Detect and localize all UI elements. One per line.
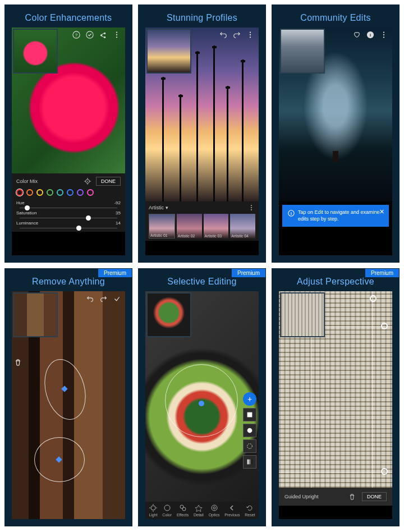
target-icon[interactable] [84, 177, 91, 185]
redo-icon[interactable] [99, 295, 107, 302]
svg-point-33 [213, 507, 215, 509]
luminance-track[interactable] [20, 228, 117, 228]
check-icon[interactable] [113, 295, 121, 302]
mask-tool[interactable] [243, 455, 256, 469]
tool-optics[interactable]: Optics [209, 504, 220, 517]
tool-light[interactable]: Light [149, 504, 157, 517]
redo-icon[interactable] [233, 31, 241, 39]
card-selective-editing: Premium Selective Editing + Light Color … [138, 268, 266, 526]
color-swatches [16, 189, 121, 196]
guide-vertical[interactable] [372, 291, 373, 488]
premium-badge: Premium [98, 269, 132, 277]
svg-point-13 [250, 36, 251, 38]
slider-value: 35 [116, 210, 121, 215]
svg-point-7 [116, 34, 117, 35]
more-icon[interactable] [113, 31, 121, 39]
color-magenta[interactable] [87, 189, 94, 196]
tool-color[interactable]: Color [162, 504, 172, 517]
svg-point-4 [104, 36, 105, 38]
perspective-bar: Guided Upright DONE [279, 488, 392, 506]
color-orange[interactable] [26, 189, 33, 196]
hue-slider[interactable]: Hue -92 [16, 200, 121, 205]
done-button[interactable]: DONE [362, 492, 387, 501]
trash-icon[interactable] [14, 359, 22, 366]
person-figure [333, 151, 338, 162]
svg-rect-27 [247, 460, 252, 465]
before-thumbnail[interactable] [280, 292, 325, 337]
card-adjust-perspective: Premium Adjust Perspective Guided Uprigh… [272, 268, 400, 526]
color-yellow[interactable] [36, 189, 43, 196]
slider-value: 14 [116, 221, 121, 226]
tool-effects[interactable]: Effects [177, 504, 189, 517]
guide-handle[interactable] [381, 468, 388, 475]
svg-point-14 [251, 205, 252, 206]
mask-tool[interactable] [243, 408, 256, 421]
card-community-edits: Community Edits i i Tap on Edit to navig… [272, 4, 400, 263]
more-icon[interactable] [380, 31, 388, 39]
check-icon[interactable] [86, 31, 94, 39]
heart-icon[interactable] [353, 31, 361, 39]
svg-text:?: ? [75, 33, 78, 38]
before-thumbnail[interactable] [280, 29, 325, 74]
top-toolbar: ? [72, 31, 121, 39]
tool-previous[interactable]: Previous [224, 504, 240, 517]
side-tools [14, 359, 22, 366]
color-green[interactable] [47, 189, 53, 196]
selection-center[interactable] [199, 401, 204, 406]
mask-tool[interactable] [243, 424, 256, 437]
svg-point-21 [383, 36, 384, 38]
close-icon[interactable]: ✕ [379, 208, 384, 215]
before-thumbnail[interactable] [13, 292, 58, 337]
color-purple[interactable] [77, 189, 84, 196]
phone-screen [12, 291, 125, 519]
card-stunning-profiles: Stunning Profiles Artistic ▾ [138, 4, 266, 263]
svg-point-26 [247, 444, 252, 449]
profile-category[interactable]: Artistic ▾ [149, 205, 168, 210]
before-thumbnail[interactable] [13, 29, 58, 74]
color-aqua[interactable] [57, 189, 63, 196]
profile-thumb[interactable]: Artistic 01 [149, 214, 175, 239]
guide-handle[interactable] [370, 295, 377, 302]
done-button[interactable]: DONE [96, 177, 121, 186]
profile-thumb[interactable]: Artistic 03 [204, 214, 229, 239]
saturation-track[interactable] [20, 218, 117, 218]
svg-point-32 [212, 505, 217, 511]
slider-label: Luminance [16, 221, 38, 226]
svg-point-6 [116, 31, 117, 33]
tool-reset[interactable]: Reset [245, 504, 255, 517]
svg-point-19 [383, 31, 384, 33]
add-mask-button[interactable]: + [243, 392, 256, 406]
perspective-mode[interactable]: Guided Upright [284, 494, 319, 499]
slider-value: -92 [114, 200, 121, 205]
profile-thumb[interactable]: Artistic 04 [230, 214, 255, 239]
svg-text:i: i [291, 212, 292, 215]
luminance-slider[interactable]: Luminance 14 [16, 221, 121, 226]
info-icon[interactable]: i [366, 31, 374, 39]
trash-icon[interactable] [348, 493, 356, 501]
before-thumbnail[interactable] [146, 292, 191, 337]
guide-handle[interactable] [381, 323, 388, 329]
svg-point-31 [182, 507, 186, 511]
color-red[interactable] [16, 189, 23, 196]
mask-tool[interactable] [243, 439, 256, 453]
svg-point-10 [87, 181, 88, 182]
top-toolbar [86, 295, 121, 302]
card-title: Color Enhancements [5, 5, 132, 27]
saturation-slider[interactable]: Saturation 35 [16, 210, 121, 215]
more-icon[interactable] [246, 31, 254, 39]
svg-point-29 [164, 505, 170, 511]
hue-track[interactable] [20, 208, 117, 208]
more-icon[interactable] [247, 204, 255, 212]
share-icon[interactable] [99, 31, 107, 39]
guide-horizontal[interactable] [279, 472, 392, 473]
profile-thumb[interactable]: Artistic 02 [177, 214, 202, 239]
color-blue[interactable] [67, 189, 74, 196]
phone-screen: + Light Color Effects Detail Optics Prev… [145, 291, 259, 519]
phone-screen: Guided Upright DONE [279, 291, 392, 519]
undo-icon[interactable] [86, 295, 94, 302]
before-thumbnail[interactable] [146, 29, 191, 74]
help-icon[interactable]: ? [72, 31, 80, 39]
tool-detail[interactable]: Detail [194, 504, 204, 517]
top-toolbar [219, 31, 254, 39]
undo-icon[interactable] [219, 31, 227, 39]
